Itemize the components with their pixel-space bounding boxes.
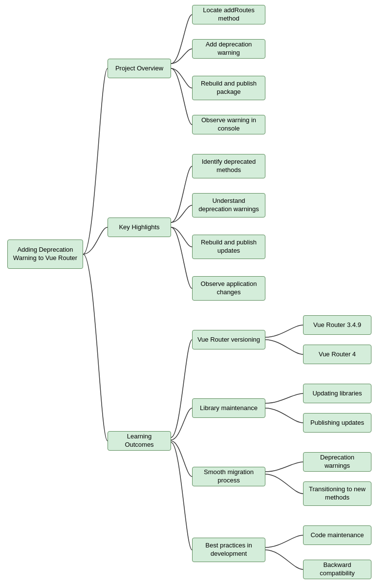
- diagram-container: Adding Deprecation Warning to Vue Router…: [0, 0, 391, 588]
- vue-router-349-node: Vue Router 3.4.9: [303, 315, 371, 335]
- understand-deprecation-node: Understand deprecation warnings: [192, 193, 265, 218]
- backward-compatibility-node: Backward compatibility: [303, 560, 371, 579]
- best-practices-node: Best practices in development: [192, 538, 265, 562]
- updating-libraries-node: Updating libraries: [303, 384, 371, 403]
- transitioning-new-methods-node: Transitioning to new methods: [303, 481, 371, 506]
- deprecation-warnings-node: Deprecation warnings: [303, 452, 371, 472]
- observe-warning-console-node: Observe warning in console: [192, 115, 265, 134]
- publishing-updates-node: Publishing updates: [303, 413, 371, 433]
- code-maintenance-node: Code maintenance: [303, 525, 371, 545]
- rebuild-publish-package-node: Rebuild and publish package: [192, 76, 265, 100]
- observe-app-changes-node: Observe application changes: [192, 276, 265, 301]
- smooth-migration-node: Smooth migration process: [192, 467, 265, 486]
- project-overview-node: Project Overview: [108, 59, 171, 78]
- locate-addroutes-node: Locate addRoutes method: [192, 5, 265, 24]
- vue-router-4-node: Vue Router 4: [303, 345, 371, 364]
- vue-router-versioning-node: Vue Router versioning: [192, 330, 265, 349]
- library-maintenance-node: Library maintenance: [192, 398, 265, 418]
- key-highlights-node: Key Highlights: [108, 218, 171, 237]
- rebuild-publish-updates-node: Rebuild and publish updates: [192, 235, 265, 259]
- add-deprecation-warning-node: Add deprecation warning: [192, 39, 265, 59]
- root-node: Adding Deprecation Warning to Vue Router: [7, 240, 83, 269]
- identify-deprecated-node: Identify deprecated methods: [192, 154, 265, 178]
- learning-outcomes-node: Learning Outcomes: [108, 431, 171, 451]
